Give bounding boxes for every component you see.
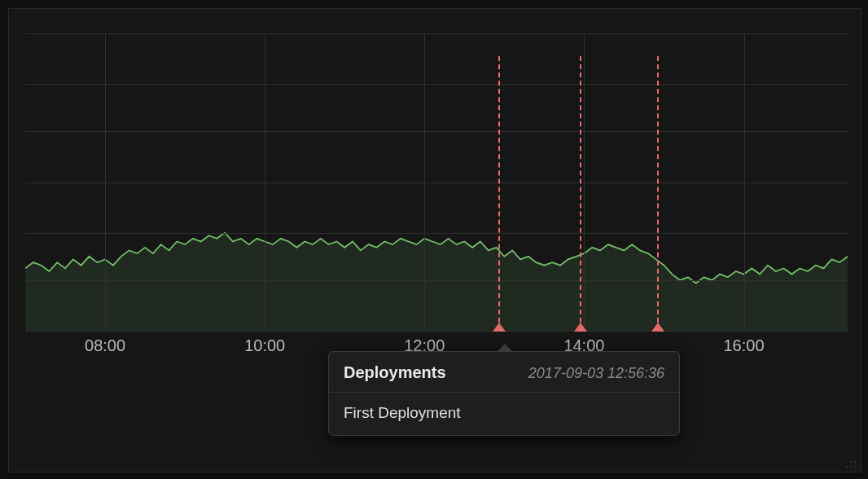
gridline-vertical	[744, 33, 745, 331]
gridline-vertical	[424, 33, 425, 331]
x-tick-label: 10:00	[244, 336, 285, 355]
gridline-horizontal	[25, 182, 848, 183]
series-area	[25, 233, 848, 331]
gridline-horizontal	[25, 331, 848, 332]
tooltip-timestamp: 2017-09-03 12:56:36	[528, 365, 664, 382]
plot-area[interactable]	[25, 33, 848, 332]
annotation-line[interactable]	[657, 56, 659, 331]
annotation-line[interactable]	[498, 56, 500, 331]
annotation-marker-icon[interactable]	[651, 323, 664, 332]
gridline-horizontal	[25, 33, 848, 34]
tooltip-category: Deployments	[344, 363, 446, 382]
x-tick-label: 08:00	[85, 336, 125, 355]
gridline-horizontal	[25, 233, 848, 234]
x-tick-label: 16:00	[723, 336, 764, 355]
gridline-vertical	[105, 33, 106, 331]
gridline-vertical	[584, 33, 585, 331]
annotation-marker-icon[interactable]	[574, 323, 587, 332]
tooltip-label: First Deployment	[329, 393, 679, 435]
gridline-horizontal	[25, 280, 848, 281]
chart-panel: 08:0010:0012:0014:0016:00 Deployments 20…	[8, 8, 861, 472]
gridline-horizontal	[25, 84, 848, 85]
annotation-tooltip: Deployments 2017-09-03 12:56:36 First De…	[328, 351, 680, 436]
gridline-horizontal	[25, 131, 848, 132]
annotation-line[interactable]	[580, 56, 581, 331]
resize-handle-icon[interactable]: ·····	[845, 459, 857, 468]
gridline-vertical	[265, 33, 265, 331]
annotation-marker-icon[interactable]	[493, 323, 506, 332]
